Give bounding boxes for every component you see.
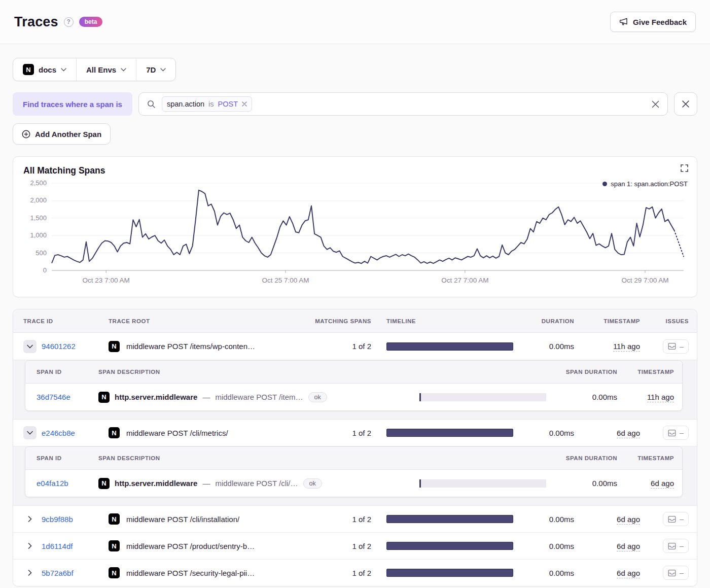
span-query-row: Find traces where a span is span.action …	[13, 92, 697, 116]
issues-empty-dash: –	[680, 515, 684, 523]
chart-legend: span 1: span.action:POST	[602, 180, 688, 188]
add-another-span-label: Add Another Span	[35, 130, 101, 139]
col-span-id: SPAN ID	[37, 369, 98, 375]
project-filter-label: docs	[39, 65, 56, 74]
col-trace-id: TRACE ID	[23, 318, 109, 324]
nextjs-icon: N	[98, 392, 110, 403]
span-query-label: Find traces where a span is	[13, 92, 132, 116]
svg-text:0: 0	[43, 266, 47, 274]
span-timestamp-value[interactable]: 6d ago	[651, 479, 674, 489]
trace-id-link[interactable]: 5b72a6bf	[42, 569, 74, 577]
span-op-label: http.server.middleware	[115, 479, 197, 488]
issues-button[interactable]: –	[663, 426, 689, 440]
issues-button[interactable]: –	[663, 512, 689, 526]
duration-value: 0.00ms	[513, 542, 574, 550]
environment-filter[interactable]: All Envs	[76, 58, 136, 81]
remove-span-filter-button[interactable]	[674, 92, 697, 116]
span-status-badge: ok	[308, 392, 327, 402]
span-table-header-row: SPAN ID SPAN DESCRIPTION SPAN DURATION T…	[25, 361, 682, 384]
beta-badge: beta	[79, 17, 103, 27]
megaphone-icon	[619, 17, 628, 26]
expand-trace-button[interactable]	[23, 512, 37, 526]
svg-text:1,500: 1,500	[30, 214, 47, 222]
timestamp-value[interactable]: 6d ago	[617, 542, 640, 551]
trace-root-label: middleware POST /items/wp-conten…	[126, 342, 255, 351]
span-timeline-tick	[419, 393, 421, 401]
table-row: 5b72a6bf N middleware POST /security-leg…	[13, 559, 697, 586]
duration-value: 0.00ms	[513, 342, 574, 351]
timeline-bar	[386, 542, 513, 550]
expanded-span-section: SPAN ID SPAN DESCRIPTION SPAN DURATION T…	[13, 360, 697, 419]
span-id-link[interactable]: e04fa12b	[37, 479, 98, 488]
span-description-label: middleware POST /cli/…	[215, 479, 298, 488]
trace-id-link[interactable]: 9cb9f88b	[42, 515, 73, 524]
timestamp-value[interactable]: 6d ago	[617, 569, 640, 578]
nextjs-icon: N	[109, 513, 120, 525]
filter-token[interactable]: span.action is POST	[162, 96, 252, 112]
op-separator: —	[202, 393, 210, 401]
issues-button[interactable]: –	[663, 566, 689, 580]
clear-search-icon[interactable]	[652, 100, 659, 108]
duration-value: 0.00ms	[513, 515, 574, 524]
expand-trace-button[interactable]	[23, 539, 37, 552]
svg-text:Oct 29 7:00 AM: Oct 29 7:00 AM	[621, 276, 668, 284]
span-duration-value: 0.00ms	[546, 479, 617, 488]
nextjs-icon: N	[109, 567, 120, 578]
circle-plus-icon	[22, 130, 30, 139]
table-row: e246cb8e N middleware POST /cli/metrics/…	[13, 419, 697, 446]
spans-line-chart[interactable]: 05001,0001,5002,0002,500Oct 23 7:00 AMOc…	[23, 176, 687, 294]
timeline-bar	[386, 515, 513, 523]
svg-text:Oct 23 7:00 AM: Oct 23 7:00 AM	[83, 276, 130, 284]
span-op-label: http.server.middleware	[115, 393, 197, 401]
give-feedback-button[interactable]: Give Feedback	[610, 12, 696, 32]
col-span-id: SPAN ID	[37, 455, 98, 461]
span-timestamp-value[interactable]: 11h ago	[647, 393, 674, 402]
issues-empty-dash: –	[680, 342, 684, 351]
token-remove-icon[interactable]	[242, 101, 247, 107]
issues-button[interactable]: –	[663, 339, 689, 354]
col-span-description: SPAN DESCRIPTION	[98, 455, 404, 461]
timestamp-value[interactable]: 6d ago	[617, 515, 640, 525]
trace-id-link[interactable]: e246cb8e	[42, 429, 75, 437]
trace-id-link[interactable]: 94601262	[42, 342, 76, 351]
help-icon[interactable]: ?	[64, 17, 74, 27]
matching-spans-count: 1 of 2	[310, 542, 371, 550]
col-issues: ISSUES	[640, 318, 689, 324]
collapse-trace-button[interactable]	[23, 340, 37, 353]
svg-text:2,000: 2,000	[30, 196, 47, 204]
svg-text:2,500: 2,500	[30, 179, 47, 187]
expand-trace-button[interactable]	[23, 566, 37, 579]
span-timeline-bar	[419, 479, 546, 488]
search-input[interactable]	[258, 99, 646, 109]
token-operator: is	[208, 100, 214, 108]
trace-id-link[interactable]: 1d6114df	[42, 542, 73, 550]
table-header-row: TRACE ID TRACE ROOT MATCHING SPANS TIMEL…	[13, 309, 697, 333]
timestamp-value[interactable]: 6d ago	[617, 429, 640, 438]
fullscreen-icon[interactable]	[681, 164, 688, 172]
timeline-bar	[386, 569, 513, 577]
col-duration: DURATION	[513, 318, 574, 324]
issues-button[interactable]: –	[663, 539, 689, 553]
timestamp-value[interactable]: 11h ago	[613, 342, 640, 352]
nextjs-icon: N	[98, 478, 110, 489]
table-row: 9cb9f88b N middleware POST /cli/installa…	[13, 505, 697, 532]
span-id-link[interactable]: 36d7546e	[37, 393, 98, 401]
give-feedback-label: Give Feedback	[633, 18, 687, 26]
nextjs-icon: N	[23, 64, 34, 75]
project-filter[interactable]: N docs	[13, 58, 76, 81]
time-range-label: 7D	[146, 65, 156, 74]
matching-spans-count: 1 of 2	[310, 342, 371, 351]
time-range-filter[interactable]: 7D	[136, 58, 175, 81]
add-another-span-button[interactable]: Add Another Span	[13, 123, 111, 145]
span-search-bar[interactable]: span.action is POST	[138, 92, 668, 116]
trace-root-label: middleware POST /security-legal-pii…	[126, 569, 255, 577]
svg-text:1,000: 1,000	[30, 231, 47, 239]
page-header: Traces ? beta Give Feedback	[0, 0, 710, 44]
span-status-badge: ok	[303, 478, 322, 489]
collapse-trace-button[interactable]	[23, 426, 37, 439]
chevron-down-icon	[160, 68, 166, 72]
trace-root-label: middleware POST /product/sentry-b…	[126, 542, 255, 550]
table-row: 1d6114df N middleware POST /product/sent…	[13, 532, 697, 559]
page-title: Traces	[14, 14, 58, 30]
col-timeline: TIMELINE	[371, 318, 513, 324]
